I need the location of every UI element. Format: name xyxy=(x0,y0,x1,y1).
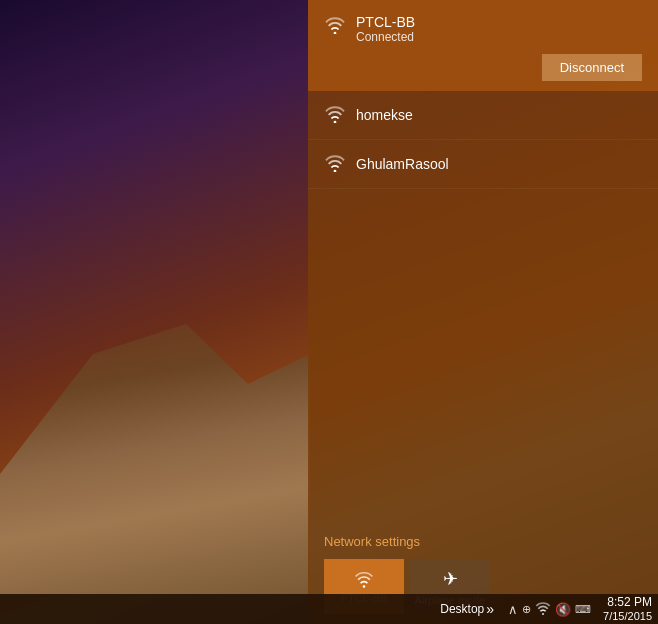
connected-network-name: PTCL-BB xyxy=(356,14,642,30)
taskbar-system-icons: ∧ ⊕ 🔇 ⌨ xyxy=(508,601,591,618)
taskbar-time[interactable]: 8:52 PM 7/15/2015 xyxy=(603,595,652,623)
keyboard-icon[interactable]: ⌨ xyxy=(575,603,591,616)
svg-point-1 xyxy=(334,121,337,123)
desktop-button[interactable]: Desktop » xyxy=(432,601,502,617)
wifi-panel: PTCL-BB Connected Disconnect homekse xyxy=(308,0,658,624)
connected-network-info: PTCL-BB Connected xyxy=(356,14,642,44)
svg-point-0 xyxy=(334,32,337,34)
panel-spacer xyxy=(308,189,658,520)
network-name-ghulamrasool: GhulamRasool xyxy=(356,156,449,172)
network-item-homekse[interactable]: homekse xyxy=(308,91,658,140)
connected-network-status: Connected xyxy=(356,30,642,44)
network-item-ghulamrasool[interactable]: GhulamRasool xyxy=(308,140,658,189)
network-status-icon[interactable]: ⊕ xyxy=(522,603,531,616)
expand-icon: » xyxy=(486,601,494,617)
svg-point-4 xyxy=(542,613,544,615)
svg-point-2 xyxy=(334,170,337,172)
taskbar: Desktop » ∧ ⊕ 🔇 ⌨ 8:52 PM 7/15/2015 xyxy=(0,594,658,624)
volume-icon[interactable]: 🔇 xyxy=(555,602,571,617)
disconnect-button[interactable]: Disconnect xyxy=(542,54,642,81)
wifi-signal-icon xyxy=(324,16,346,38)
network-settings-label[interactable]: Network settings xyxy=(324,534,642,549)
wifi-icon-homekse xyxy=(324,105,346,127)
wifi-icon-ghulamrasool xyxy=(324,154,346,176)
network-name-homekse: homekse xyxy=(356,107,413,123)
tile-wifi-icon xyxy=(354,570,374,588)
chevron-up-icon[interactable]: ∧ xyxy=(508,602,518,617)
desktop-label: Desktop xyxy=(440,602,484,616)
date-display: 7/15/2015 xyxy=(603,610,652,623)
airplane-icon: ✈ xyxy=(443,568,458,590)
time-display: 8:52 PM xyxy=(607,595,652,609)
svg-point-3 xyxy=(363,585,366,588)
wifi-taskbar-icon[interactable] xyxy=(535,601,551,618)
connected-network-section: PTCL-BB Connected Disconnect xyxy=(308,0,658,91)
